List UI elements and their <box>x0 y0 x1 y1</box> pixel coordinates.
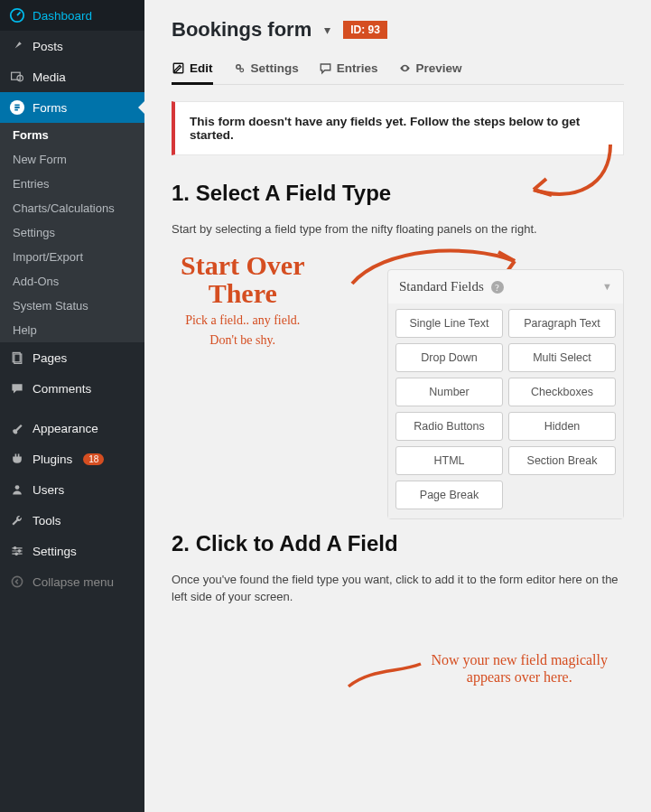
svg-point-6 <box>15 485 20 490</box>
tab-label: Entries <box>337 61 378 75</box>
sidebar-item-posts[interactable]: Posts <box>0 31 144 61</box>
field-hidden[interactable]: Hidden <box>508 412 616 441</box>
standard-fields-panel: Standard Fields ? ▼ Single Line Text Par… <box>387 269 624 519</box>
section-1-text: Start by selecting a field type from the… <box>172 220 624 238</box>
collapse-icon <box>9 574 25 590</box>
field-radio-buttons[interactable]: Radio Buttons <box>395 412 503 441</box>
page-header: Bookings form ▾ ID: 93 <box>172 18 624 42</box>
sidebar-label: Plugins <box>33 453 72 466</box>
hand-arrow-icon <box>344 659 425 695</box>
field-type-hint: Start Over There Pick a field.. any fiel… <box>172 251 624 522</box>
sidebar-collapse[interactable]: Collapse menu <box>0 566 144 597</box>
tab-label: Edit <box>190 61 213 75</box>
section-1-title: 1. Select A Field Type <box>172 181 624 206</box>
sidebar-item-appearance[interactable]: Appearance <box>0 413 144 443</box>
empty-form-notice: This form doesn't have any fields yet. F… <box>172 101 624 155</box>
hand-text: There <box>181 279 304 308</box>
hand-text: Pick a field.. any field. <box>181 313 304 329</box>
field-number[interactable]: Number <box>395 378 503 406</box>
media-icon <box>9 69 25 85</box>
speech-icon <box>319 61 332 75</box>
sidebar-item-media[interactable]: Media <box>0 61 144 92</box>
form-tabs: Edit Settings Entries Preview <box>172 56 624 85</box>
field-checkboxes[interactable]: Checkboxes <box>508 378 616 406</box>
chevron-down-icon[interactable]: ▾ <box>324 23 330 37</box>
sidebar-item-forms[interactable]: Forms <box>0 92 144 123</box>
page-title: Bookings form <box>172 18 312 42</box>
sidebar-label: Posts <box>33 40 63 53</box>
sidebar-label: Users <box>33 483 64 497</box>
field-page-break[interactable]: Page Break <box>395 481 503 509</box>
tab-entries[interactable]: Entries <box>319 56 378 84</box>
svg-point-7 <box>14 547 15 549</box>
pages-icon <box>9 350 25 366</box>
field-paragraph-text[interactable]: Paragraph Text <box>508 309 616 338</box>
submenu-help[interactable]: Help <box>0 318 144 342</box>
plugin-icon <box>9 451 25 467</box>
section-2-title: 2. Click to Add A Field <box>172 531 624 556</box>
tab-settings[interactable]: Settings <box>233 56 299 84</box>
comments-icon <box>9 380 25 397</box>
field-multi-select[interactable]: Multi Select <box>508 343 616 372</box>
brush-icon <box>9 420 25 436</box>
dashboard-icon <box>9 7 25 23</box>
pin-icon <box>9 38 25 54</box>
update-badge: 18 <box>83 453 104 465</box>
submenu-settings[interactable]: Settings <box>0 220 144 245</box>
gears-icon <box>233 61 246 75</box>
submenu-entries[interactable]: Entries <box>0 172 144 196</box>
panel-body: Single Line Text Paragraph Text Drop Dow… <box>388 303 623 518</box>
svg-point-13 <box>239 69 243 72</box>
submenu-system-status[interactable]: System Status <box>0 294 144 318</box>
form-id-badge: ID: 93 <box>343 21 387 39</box>
handwritten-field-appears: Now your new field magically appears ove… <box>432 651 609 686</box>
svg-rect-11 <box>173 63 183 73</box>
sidebar-label: Pages <box>33 351 67 365</box>
sidebar-label: Dashboard <box>33 9 92 23</box>
field-drop-down[interactable]: Drop Down <box>395 343 503 372</box>
submenu-import-export[interactable]: Import/Export <box>0 245 144 269</box>
submenu-addons[interactable]: Add-Ons <box>0 269 144 294</box>
section-2: 2. Click to Add A Field Once you've foun… <box>172 531 624 694</box>
svg-point-12 <box>236 65 240 70</box>
sidebar-label: Settings <box>33 545 77 558</box>
svg-point-10 <box>12 576 22 586</box>
hand-text: appears over here. <box>432 668 609 686</box>
users-icon <box>9 481 25 498</box>
sidebar-item-plugins[interactable]: Plugins18 <box>0 443 144 474</box>
sidebar-item-settings[interactable]: Settings <box>0 536 144 566</box>
hand-text: Now your new field magically <box>432 651 609 668</box>
tab-edit[interactable]: Edit <box>172 56 213 84</box>
admin-sidebar: Dashboard Posts Media Forms Forms New Fo… <box>0 0 144 812</box>
submenu-forms[interactable]: Forms <box>0 123 144 147</box>
sliders-icon <box>9 543 25 559</box>
tab-label: Settings <box>251 61 299 75</box>
sidebar-label: Collapse menu <box>33 575 114 589</box>
submenu-charts[interactable]: Charts/Calculations <box>0 196 144 220</box>
tab-label: Preview <box>416 61 462 75</box>
sidebar-item-dashboard[interactable]: Dashboard <box>0 0 144 31</box>
field-html[interactable]: HTML <box>395 446 503 475</box>
sidebar-label: Comments <box>33 382 91 396</box>
hand-text: Don't be shy. <box>181 333 304 349</box>
caret-down-icon: ▼ <box>602 281 612 292</box>
sidebar-submenu-forms: Forms New Form Entries Charts/Calculatio… <box>0 123 144 342</box>
tab-preview[interactable]: Preview <box>398 56 462 84</box>
sidebar-item-users[interactable]: Users <box>0 474 144 505</box>
edit-icon <box>172 61 185 75</box>
sidebar-item-pages[interactable]: Pages <box>0 342 144 373</box>
panel-title: Standard Fields <box>399 279 484 294</box>
help-icon[interactable]: ? <box>491 281 504 294</box>
main-content: Bookings form ▾ ID: 93 Edit Settings Ent… <box>144 0 651 812</box>
sidebar-item-tools[interactable]: Tools <box>0 505 144 536</box>
handwritten-start-over: Start Over There Pick a field.. any fiel… <box>181 251 304 350</box>
eye-icon <box>398 61 412 75</box>
submenu-new-form[interactable]: New Form <box>0 147 144 172</box>
sidebar-item-comments[interactable]: Comments <box>0 373 144 404</box>
sidebar-label: Media <box>33 70 66 84</box>
sidebar-label: Forms <box>33 101 67 115</box>
field-section-break[interactable]: Section Break <box>508 446 616 475</box>
panel-header[interactable]: Standard Fields ? ▼ <box>388 270 623 303</box>
field-single-line-text[interactable]: Single Line Text <box>395 309 503 338</box>
svg-point-9 <box>15 553 17 555</box>
